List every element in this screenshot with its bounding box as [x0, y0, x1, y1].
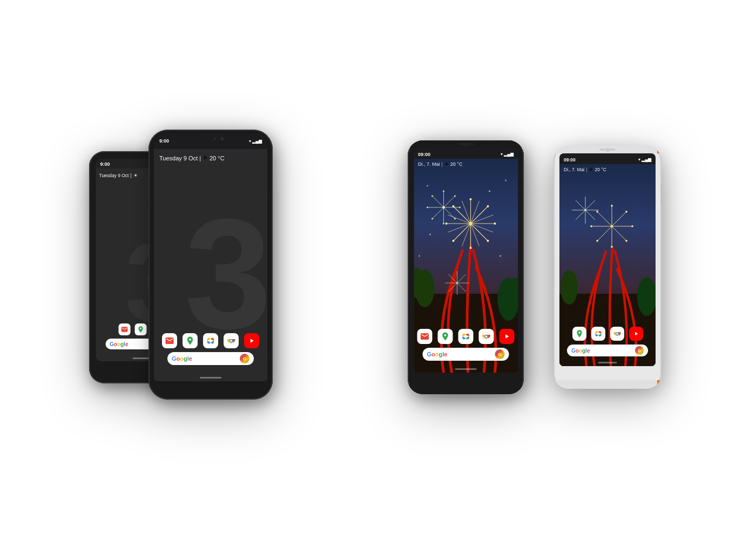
svg-line-57	[457, 274, 465, 283]
svg-point-64	[489, 191, 490, 192]
p3a-search-bar[interactable]: Google G	[423, 348, 509, 361]
maps-icon	[183, 333, 198, 348]
p3a-time: 09:00	[418, 152, 430, 157]
svg-point-49	[459, 207, 461, 208]
pixel3a-back-phone: 09:00 ▾ ▂▄▆	[554, 146, 662, 389]
svg-line-28	[448, 215, 470, 224]
svg-point-34	[469, 247, 471, 249]
svg-point-93	[596, 240, 598, 242]
svg-line-46	[432, 196, 443, 207]
svg-point-89	[625, 211, 627, 213]
svg-point-32	[494, 222, 496, 225]
svg-line-59	[457, 283, 465, 292]
svg-point-51	[443, 223, 444, 225]
svg-point-47	[443, 191, 444, 192]
p3a-temp: 20 °C	[450, 161, 463, 167]
svg-line-21	[453, 206, 470, 224]
photos-icon	[203, 333, 218, 348]
pixel3a-group: 09:00 ▾ ▂▄▆	[375, 113, 678, 427]
maps-icon-small	[134, 323, 146, 335]
svg-line-23	[470, 215, 493, 224]
p3a-chrome-icon	[479, 329, 494, 344]
p3a-back-photos-icon	[591, 327, 605, 341]
svg-point-67	[427, 185, 428, 187]
svg-line-42	[443, 207, 455, 219]
gmail-icon	[162, 333, 177, 348]
svg-point-66	[500, 255, 501, 257]
svg-point-68	[505, 180, 507, 181]
svg-point-50	[454, 218, 456, 220]
svg-point-91	[625, 240, 627, 242]
svg-line-29	[462, 201, 470, 224]
svg-point-30	[469, 198, 471, 200]
svg-line-81	[612, 212, 626, 226]
svg-point-105	[597, 333, 599, 335]
p3a-back-maps-icon	[572, 327, 586, 341]
p3a-back-time: 09:00	[564, 157, 576, 163]
gmail-icon-small	[118, 323, 130, 335]
svg-line-85	[597, 226, 612, 241]
p3a-back-search-bar[interactable]: Google G	[567, 345, 648, 356]
svg-point-1	[209, 339, 212, 342]
p3a-back-date: Di., 7. Mai	[564, 167, 584, 172]
svg-point-92	[611, 246, 613, 248]
svg-point-69	[418, 255, 420, 257]
svg-point-52	[431, 218, 433, 220]
svg-line-19	[453, 224, 470, 241]
p3xl-date: Tuesday 9 Oct	[159, 155, 198, 161]
p3a-gmail-icon	[417, 329, 433, 344]
svg-point-65	[429, 234, 431, 235]
svg-point-70	[464, 335, 467, 338]
p3a-back-temp: 20 °C	[595, 167, 606, 172]
svg-line-17	[470, 224, 488, 241]
main-scene: 9:00 ▾ ▂▄▆ 3 Tuesday 9 Oct | ☀	[0, 0, 756, 540]
svg-point-94	[590, 225, 592, 227]
svg-point-108	[616, 333, 618, 334]
svg-line-100	[585, 210, 595, 220]
svg-line-26	[462, 224, 470, 246]
svg-point-90	[631, 225, 633, 227]
svg-line-44	[432, 207, 443, 219]
svg-line-104	[576, 200, 585, 210]
p3-back-date: Tuesday 9 Oct	[99, 173, 129, 178]
svg-point-77	[561, 270, 578, 305]
svg-line-102	[576, 210, 585, 220]
chrome-icon	[224, 333, 239, 348]
svg-point-54	[431, 195, 433, 197]
p3a-back-status: 09:00 ▾ ▂▄▆	[559, 153, 656, 164]
p3a-back-youtube-icon	[629, 327, 643, 341]
svg-line-27	[448, 224, 470, 232]
p3a-status: 09:00 ▾ ▂▄▆	[414, 148, 518, 159]
svg-line-22	[470, 201, 479, 224]
svg-line-25	[470, 224, 479, 246]
svg-point-95	[596, 211, 598, 213]
p3a-youtube-icon	[500, 329, 515, 344]
svg-line-24	[470, 224, 493, 232]
p3a-photos-icon	[458, 329, 474, 344]
youtube-icon	[244, 333, 259, 348]
svg-line-15	[470, 206, 488, 224]
p3xl-temp: 20 °C	[210, 155, 225, 161]
pixel3a-front-phone: 09:00 ▾ ▂▄▆	[408, 140, 524, 394]
p3a-date: Di., 7. Mai	[418, 161, 440, 167]
svg-point-35	[452, 240, 454, 242]
svg-point-88	[611, 205, 613, 207]
p3-back-time: 9:00	[100, 161, 110, 167]
pixel3xl-front-phone: 9:00 ▾ ▂▄▆ 3 Tuesday	[148, 130, 273, 400]
p3a-maps-icon	[438, 329, 453, 344]
svg-line-87	[597, 212, 612, 226]
svg-point-5	[230, 340, 232, 342]
p3a-back-chrome-icon	[610, 327, 624, 341]
google-search-bar[interactable]: Google G	[167, 352, 254, 365]
p3xl-time: 9:00	[159, 138, 169, 144]
svg-point-31	[487, 205, 489, 207]
svg-point-53	[427, 207, 428, 208]
svg-point-48	[454, 195, 456, 197]
svg-point-36	[445, 222, 447, 225]
svg-point-37	[452, 205, 454, 207]
svg-line-83	[612, 226, 626, 241]
svg-point-33	[487, 240, 489, 242]
pixel3-group: 9:00 ▾ ▂▄▆ 3 Tuesday 9 Oct | ☀	[78, 113, 284, 427]
svg-point-73	[485, 335, 488, 338]
svg-line-98	[585, 200, 595, 210]
